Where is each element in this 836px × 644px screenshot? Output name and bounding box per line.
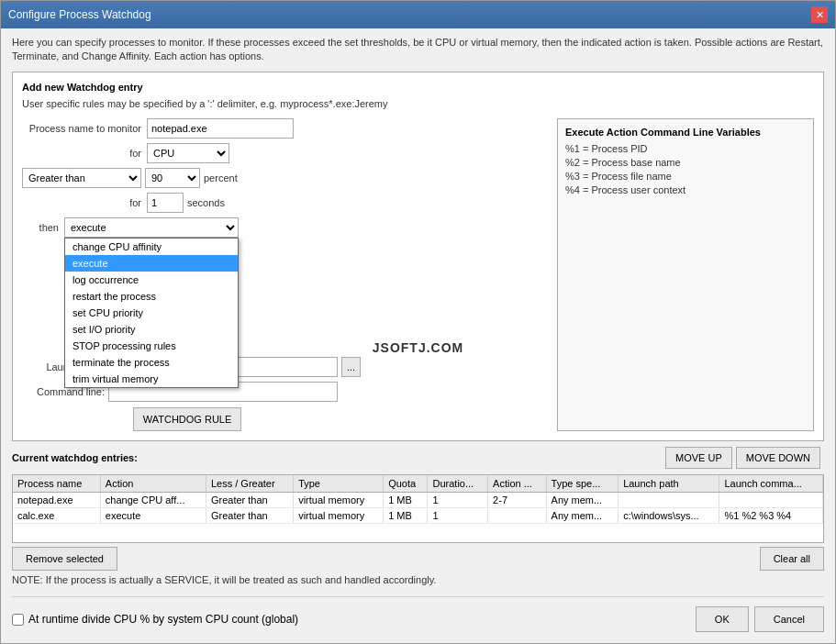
duration-row: for seconds	[22, 193, 539, 213]
dropdown-item-log[interactable]: log occurrence	[65, 272, 238, 288]
cpu-select[interactable]: CPU Virtual Memory	[147, 143, 229, 163]
table-body: notepad.exe change CPU aff... Greater th…	[13, 492, 823, 523]
clear-all-button[interactable]: Clear all	[760, 547, 824, 571]
col-type-spec: Type spe...	[546, 475, 619, 493]
col-launch-path: Launch path	[619, 475, 719, 493]
cell-less-greater: Greater than	[206, 492, 293, 507]
cell-duration-2: 1	[428, 507, 488, 523]
form-area: Process name to monitor for CPU Virtual …	[22, 118, 814, 431]
cell-quota: 1 MB	[384, 492, 428, 507]
col-launch-cmd: Launch comma...	[719, 475, 823, 493]
process-name-row: Process name to monitor	[22, 118, 539, 139]
comparison-row: Greater than Less than 90 10203040506070…	[22, 168, 539, 188]
watchdog-table-wrapper: Process name Action Less / Greater Type …	[12, 474, 824, 543]
cell-type-spec-2: Any mem...	[546, 507, 619, 523]
table-header: Process name Action Less / Greater Type …	[13, 475, 823, 493]
var-item-2: %2 = Process base name	[565, 157, 806, 168]
dropdown-item-stop[interactable]: STOP processing rules	[65, 338, 238, 354]
configure-process-watchdog-dialog: Configure Process Watchdog ✕ Here you ca…	[0, 0, 836, 644]
remove-selected-button[interactable]: Remove selected	[12, 547, 117, 571]
cell-launch-path	[619, 492, 719, 507]
var-item-4: %4 = Process user context	[565, 184, 806, 195]
col-quota: Quota	[384, 475, 428, 493]
table-row[interactable]: calc.exe execute Greater than virtual me…	[13, 507, 823, 523]
execute-vars-title: Execute Action Command Line Variables	[565, 127, 806, 138]
duration-input[interactable]	[147, 193, 184, 213]
cell-process-name: notepad.exe	[13, 492, 100, 507]
then-dropdown-open[interactable]: change CPU affinity execute log occurren…	[64, 238, 239, 388]
cell-quota-2: 1 MB	[384, 507, 428, 523]
bottom-buttons-row: Remove selected Clear all	[12, 547, 824, 571]
dropdown-item-restart[interactable]: restart the process	[65, 288, 238, 305]
cpu-divide-checkbox[interactable]	[12, 614, 24, 626]
col-action-opts: Action ...	[488, 475, 546, 493]
cell-action: change CPU aff...	[100, 492, 206, 507]
cell-launch-path-2: c:\windows\sys...	[619, 507, 719, 523]
then-label: then	[22, 222, 59, 233]
add-section-title: Add new Watchdog entry	[22, 82, 814, 93]
checkbox-row: At runtime divide CPU % by system CPU co…	[12, 613, 298, 626]
divider	[12, 596, 824, 597]
footer-area: At runtime divide CPU % by system CPU co…	[12, 603, 824, 636]
cell-process-name-2: calc.exe	[13, 507, 100, 523]
description-text: Here you can specify processes to monito…	[12, 36, 824, 64]
seconds-unit-label: seconds	[187, 197, 225, 208]
move-buttons: MOVE UP MOVE DOWN	[662, 447, 824, 469]
cell-less-greater-2: Greater than	[206, 507, 293, 523]
dropdown-item-change-cpu[interactable]: change CPU affinity	[65, 239, 238, 255]
table-row[interactable]: notepad.exe change CPU aff... Greater th…	[13, 492, 823, 507]
for-cpu-row: for CPU Virtual Memory	[22, 143, 539, 163]
cell-action-2: execute	[100, 507, 206, 523]
note-text: NOTE: If the process is actually a SERVI…	[12, 574, 824, 585]
browse-button[interactable]: ...	[341, 357, 361, 377]
dropdown-item-execute[interactable]: execute	[65, 255, 238, 272]
close-button[interactable]: ✕	[811, 6, 828, 23]
for-label-2: for	[22, 197, 141, 208]
table-header-row: Process name Action Less / Greater Type …	[13, 475, 823, 493]
percent-select[interactable]: 90 1020304050607080100	[145, 168, 200, 188]
watchdog-table: Process name Action Less / Greater Type …	[13, 475, 823, 524]
dialog-body: Here you can specify processes to monito…	[1, 28, 835, 643]
dropdown-item-trim[interactable]: trim virtual memory	[65, 371, 238, 387]
dropdown-item-set-io[interactable]: set I/O priority	[65, 321, 238, 338]
then-select-wrapper: execute change CPU affinity log occurren…	[64, 217, 239, 238]
cell-action-opts: 2-7	[488, 492, 546, 507]
user-specific-note: User specific rules may be specified by …	[22, 98, 814, 109]
left-form: Process name to monitor for CPU Virtual …	[22, 118, 539, 431]
checkbox-label: At runtime divide CPU % by system CPU co…	[28, 613, 298, 626]
col-type: Type	[294, 475, 384, 493]
var-item-3: %3 = Process file name	[565, 171, 806, 182]
cell-launch-cmd	[719, 492, 823, 507]
process-name-label: Process name to monitor	[22, 123, 141, 134]
move-up-button[interactable]: MOVE UP	[665, 447, 732, 469]
percent-unit-label: percent	[204, 172, 238, 183]
ok-cancel-buttons: OK Cancel	[696, 606, 824, 632]
cell-action-opts-2	[488, 507, 546, 523]
controls-row: Current watchdog entries: MOVE UP MOVE D…	[12, 447, 824, 472]
process-name-input[interactable]	[147, 118, 294, 139]
comparison-select[interactable]: Greater than Less than	[22, 168, 141, 188]
col-duration: Duratio...	[428, 475, 488, 493]
var-item-1: %1 = Process PID	[565, 143, 806, 154]
then-row: then execute change CPU affinity log occ…	[22, 217, 539, 238]
ok-button[interactable]: OK	[696, 606, 749, 632]
watchdog-rule-button[interactable]: WATCHDOG RULE	[133, 407, 242, 431]
cell-type-spec: Any mem...	[546, 492, 619, 507]
then-select[interactable]: execute change CPU affinity log occurren…	[64, 217, 239, 238]
col-process-name: Process name	[13, 475, 100, 493]
title-bar: Configure Process Watchdog ✕	[1, 1, 835, 28]
cell-type-2: virtual memory	[294, 507, 384, 523]
col-less-greater: Less / Greater	[206, 475, 293, 493]
cell-duration: 1	[428, 492, 488, 507]
watchdog-btn-area: WATCHDOG RULE	[22, 407, 352, 431]
cancel-button[interactable]: Cancel	[754, 606, 824, 632]
cell-launch-cmd-2: %1 %2 %3 %4	[719, 507, 823, 523]
for-label-1: for	[22, 148, 141, 159]
move-down-button[interactable]: MOVE DOWN	[736, 447, 820, 469]
add-watchdog-panel: Add new Watchdog entry User specific rul…	[12, 72, 824, 441]
entries-label: Current watchdog entries:	[12, 452, 138, 463]
dropdown-item-set-cpu[interactable]: set CPU priority	[65, 305, 238, 321]
cell-type: virtual memory	[294, 492, 384, 507]
col-action: Action	[100, 475, 206, 493]
dropdown-item-terminate[interactable]: terminate the process	[65, 354, 238, 371]
